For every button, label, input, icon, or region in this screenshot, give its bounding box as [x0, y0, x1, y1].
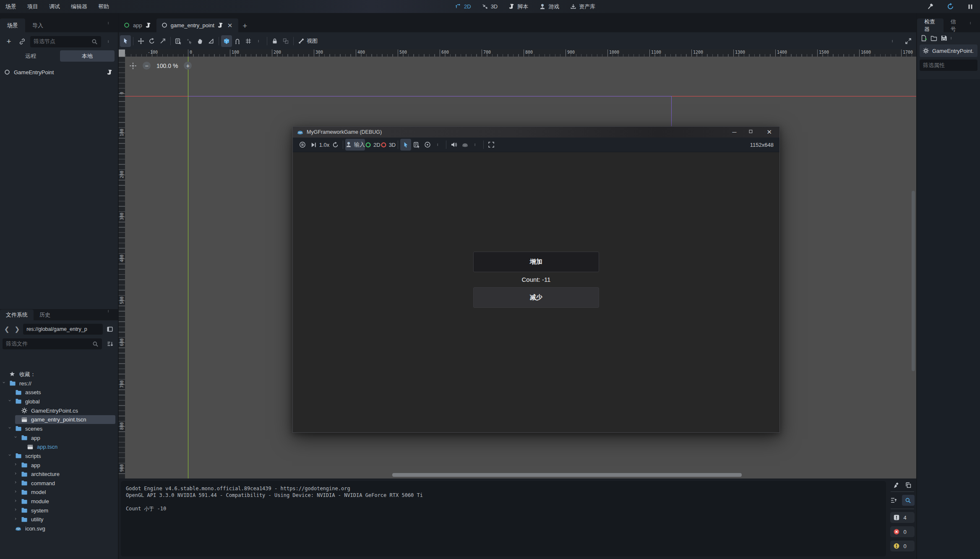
speed-label[interactable]: 1.0x	[319, 139, 330, 151]
instance-scene-button[interactable]	[17, 36, 28, 47]
menu-item-3[interactable]: 调试	[44, 0, 65, 13]
circle-dot-button[interactable]	[422, 139, 433, 151]
group-button[interactable]	[280, 35, 291, 47]
smart-snap-cube-button[interactable]	[221, 35, 232, 47]
fs-dock-tab-文件系统[interactable]: 文件系统	[0, 309, 34, 320]
remote-toggle[interactable]: 远程	[3, 50, 58, 62]
new-scene-tab-button[interactable]: +	[238, 21, 251, 32]
new-resource-icon[interactable]	[920, 35, 927, 42]
inspector-tabs-menu-button[interactable]	[966, 17, 977, 29]
chevron-right-icon[interactable]	[14, 517, 18, 522]
file-tree-row-app[interactable]: app	[0, 461, 118, 470]
filter-properties-input[interactable]: 筛选属性	[920, 60, 977, 71]
next-frame-button[interactable]	[308, 139, 319, 151]
file-tree-row-res[interactable]: res://	[0, 379, 118, 388]
scene-tab-game_entry_point[interactable]: game_entry_point✕	[156, 18, 239, 32]
filter-files-input[interactable]: 筛选文件	[3, 338, 102, 349]
file-tree-row-global[interactable]: global	[0, 397, 118, 406]
local-toggle[interactable]: 本地	[60, 50, 115, 62]
zoom-percent-button[interactable]: 100.0 %	[156, 62, 178, 69]
expand-bottom-panel-button[interactable]	[903, 35, 914, 47]
search-output-button[interactable]	[902, 495, 915, 506]
snap-magnet-button[interactable]	[232, 35, 243, 47]
output-console[interactable]: Godot Engine v4.6.stable.mono.official.8…	[121, 481, 886, 556]
file-tree-row-utility[interactable]: utility	[0, 515, 118, 524]
file-tree-row-GameEntryPoint.cs[interactable]: GameEntryPoint.cs	[0, 406, 118, 415]
scene-dock-tab-场景[interactable]: 场景	[0, 18, 25, 32]
ring-button[interactable]: 3D	[381, 139, 396, 151]
horizontal-scrollbar[interactable]	[392, 473, 742, 477]
load-resource-icon[interactable]	[930, 35, 937, 42]
warning-badge-toggle[interactable]: 0	[890, 541, 915, 551]
script-icon[interactable]	[145, 22, 151, 29]
menu-item-4[interactable]: 编辑器	[65, 0, 93, 13]
minimize-button[interactable]: ─	[732, 129, 737, 135]
chevron-right-icon[interactable]	[14, 499, 18, 504]
workspace-资产库-button[interactable]: 资产库	[570, 3, 595, 10]
grid-button[interactable]	[243, 35, 254, 47]
workspace-3d-button[interactable]: 3D	[482, 3, 498, 10]
workspace-游戏-button[interactable]: 游戏	[539, 3, 559, 10]
file-tree-row-architecture[interactable]: architecture	[0, 470, 118, 478]
clear-output-icon[interactable]	[893, 482, 900, 489]
lock-button[interactable]	[269, 35, 280, 47]
file-tree-row-module[interactable]: module	[0, 497, 118, 506]
scene-tab-app[interactable]: app	[119, 18, 156, 32]
fullscreen-button[interactable]	[486, 139, 497, 151]
pan-hand-button[interactable]	[195, 35, 206, 47]
center-view-icon[interactable]	[129, 62, 137, 70]
snap-cursor-button[interactable]	[184, 35, 195, 47]
chevron-right-icon[interactable]	[14, 472, 18, 476]
dots-v-button[interactable]	[254, 35, 265, 47]
toolbar2d-button[interactable]: 视图	[307, 35, 318, 47]
pause-circle-button[interactable]	[297, 139, 308, 151]
bone-button[interactable]	[296, 35, 307, 47]
list-select-button[interactable]	[411, 139, 422, 151]
error-badge-toggle[interactable]: 0	[890, 526, 915, 537]
chevron-down-icon[interactable]	[8, 399, 13, 403]
copy-output-icon[interactable]	[905, 482, 912, 489]
nav-back-button[interactable]: ❮	[3, 325, 11, 333]
close-tab-icon[interactable]: ✕	[227, 22, 234, 29]
inspector-tab-信号[interactable]: 信号	[944, 18, 966, 32]
file-tree-row-command[interactable]: command	[0, 479, 118, 488]
edited-object-button[interactable]: GameEntryPoint.	[920, 44, 977, 57]
sort-files-button[interactable]	[104, 338, 115, 350]
menu-item-5[interactable]: 帮助	[93, 0, 115, 13]
file-tree-row-scripts[interactable]: scripts	[0, 452, 118, 460]
chevron-right-icon[interactable]	[14, 481, 18, 485]
game-viewport[interactable]: 增加 Count: -11 减少	[293, 152, 779, 432]
speaker-button[interactable]	[448, 139, 459, 151]
godot-head-button[interactable]	[459, 139, 470, 151]
scene-tree-node-root[interactable]: GameEntryPoint	[0, 67, 118, 77]
fs-dock-tab-历史[interactable]: 历史	[34, 309, 56, 320]
ruler-button[interactable]	[206, 35, 216, 47]
add-node-button[interactable]: +	[3, 36, 14, 47]
file-tree-row-gameentrypoint.tscn[interactable]: game_entry_point.tscn	[0, 415, 118, 424]
nav-forward-button[interactable]: ❯	[13, 325, 22, 333]
reload-button[interactable]	[945, 1, 956, 13]
file-tree-row-icon.svg[interactable]: icon.svg	[0, 524, 118, 533]
pause-button[interactable]	[965, 1, 976, 13]
decrease-button[interactable]: 减少	[473, 287, 599, 308]
chevron-down-icon[interactable]	[14, 436, 18, 440]
message-badge-toggle[interactable]: 4	[890, 512, 915, 523]
menu-item-1[interactable]: 场景	[0, 0, 22, 13]
chevron-right-icon[interactable]	[14, 508, 18, 512]
chevron-right-icon[interactable]	[14, 463, 18, 467]
inspector-tab-检查器[interactable]: 检查器	[917, 18, 944, 32]
zoom-out-button[interactable]: −	[143, 62, 151, 70]
rotate-button[interactable]	[146, 35, 157, 47]
file-tree-row-app.tscn[interactable]: app.tscn	[0, 442, 118, 451]
scale-button[interactable]	[157, 35, 168, 47]
save-resource-icon[interactable]	[941, 35, 947, 42]
script-icon[interactable]	[107, 69, 113, 75]
chevron-down-icon[interactable]	[8, 454, 13, 458]
joystick-button[interactable]: 输入	[345, 139, 365, 151]
split-view-button[interactable]	[104, 323, 115, 335]
filter-nodes-input[interactable]: 筛选节点	[30, 36, 101, 47]
select-arrow-button[interactable]	[120, 35, 131, 47]
workspace-脚本-button[interactable]: 脚本	[508, 3, 528, 10]
increase-button[interactable]: 增加	[473, 252, 599, 272]
game-window-titlebar[interactable]: MyGFrameworkGame (DEBUG) ─ ✕	[293, 127, 779, 138]
